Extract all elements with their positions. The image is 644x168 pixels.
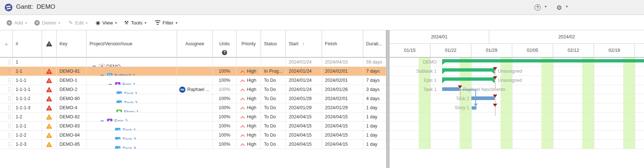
month-header: 2024/02: [489, 30, 644, 44]
delete-menu[interactable]: ✕ Delete ▾: [34, 15, 60, 30]
issue-title[interactable]: Task 3: [122, 146, 136, 149]
units-value: 100%: [219, 142, 230, 147]
issue-title[interactable]: Epic 2: [114, 118, 127, 122]
priority-column-header[interactable]: Priority: [237, 30, 261, 57]
cell: !: [42, 103, 57, 112]
table-row[interactable]: 1-2-3!DEMO-85Task 3100%HighTo Do2024/04/…: [0, 140, 386, 149]
cell: [57, 58, 87, 67]
settings-menu-caret-icon[interactable]: ▾: [566, 4, 568, 8]
drag-handle-icon[interactable]: [8, 115, 9, 115]
issue-title[interactable]: Epic 1: [122, 82, 135, 85]
issue-title[interactable]: Story 1: [124, 109, 139, 112]
finish-date: 2024/02/01: [325, 69, 348, 74]
warning-column-header[interactable]: !: [42, 30, 57, 57]
status-value: To Do: [264, 105, 276, 110]
drag-handle-icon[interactable]: [8, 87, 9, 88]
row-number: 1-1-1: [16, 78, 26, 83]
move-column-header[interactable]: ↔↕: [0, 30, 13, 57]
drag-handle-icon[interactable]: [8, 142, 9, 143]
issue-title[interactable]: Task 1: [124, 91, 138, 94]
assignee-column-header[interactable]: Assignee: [177, 30, 213, 57]
drag-handle-icon[interactable]: [8, 96, 9, 97]
warning-icon[interactable]: !: [46, 69, 52, 74]
issue-title[interactable]: Task 2: [122, 137, 136, 140]
pane-splitter[interactable]: [386, 30, 389, 168]
view-menu[interactable]: ◉ View ▾: [96, 15, 117, 30]
bar-right-label: Unassigned: [498, 67, 522, 76]
gantt-app: Gantt:DEMO ? ▾ ⚙ ▾ + Add ▾ ✕ Delete ▾ ✎ …: [0, 0, 644, 168]
summary-bar[interactable]: [442, 68, 495, 72]
drag-handle-icon[interactable]: [8, 60, 9, 61]
finish-date: 2024/01/26: [325, 87, 348, 92]
warning-icon[interactable]: !: [46, 123, 52, 129]
column-label: Key: [60, 41, 68, 46]
warning-icon[interactable]: !: [46, 133, 52, 138]
warning-icon[interactable]: !: [46, 96, 52, 102]
duration-value: 3 days: [366, 87, 380, 92]
table-row[interactable]: 1-2!DEMO-82Epic 2100%HighTo Do2024/04/15…: [0, 112, 386, 122]
num-column-header[interactable]: #: [13, 30, 42, 57]
issue-key: DEMO-81: [60, 69, 80, 74]
cell: DEMO-84: [57, 131, 87, 140]
table-row[interactable]: 1DEMO2024/01/242024/04/1559 days: [0, 58, 386, 67]
summary-bar[interactable]: [442, 59, 644, 62]
warning-icon[interactable]: !: [46, 105, 52, 111]
chart-row: Subtask 1Unassigned: [390, 67, 644, 76]
summary-bar[interactable]: [442, 77, 495, 81]
add-menu[interactable]: + Add ▾: [7, 15, 27, 30]
issue-title[interactable]: Task 2: [124, 100, 138, 103]
chart-row: Story 1: [390, 103, 644, 112]
bar-left-label: Task 1: [390, 85, 437, 94]
tools-menu[interactable]: ⚒ Tools ▾: [124, 15, 146, 30]
plus-circle-icon: +: [7, 20, 12, 26]
issue-title[interactable]: Subtask 1: [114, 73, 135, 76]
table-row[interactable]: 1-1-1-1!DEMO-2Task 1RNRaphael ...100%Hig…: [0, 85, 386, 94]
units-help-icon[interactable]: ?: [222, 50, 227, 55]
drag-handle-icon[interactable]: [8, 69, 9, 70]
drag-handle-icon[interactable]: [8, 78, 9, 79]
task-bar[interactable]: [442, 87, 460, 91]
warning-icon[interactable]: !: [46, 87, 52, 92]
settings-gear-icon[interactable]: ⚙: [556, 4, 562, 12]
table-row[interactable]: 1-2-2!DEMO-84Task 2100%HighTo Do2024/04/…: [0, 131, 386, 140]
app-header: Gantt:DEMO ? ▾ ⚙ ▾: [0, 0, 644, 15]
table-row[interactable]: 1-1-1-2!DEMO-80Task 2100%HighTo Do2024/0…: [0, 94, 386, 103]
help-icon[interactable]: ?: [534, 4, 541, 11]
column-label: Finish: [325, 41, 337, 46]
cell: To Do: [261, 85, 286, 94]
filter-menu[interactable]: Filter ▾: [155, 15, 177, 30]
help-menu-caret-icon[interactable]: ▾: [545, 4, 547, 8]
edit-menu[interactable]: ✎ Edit ▾: [69, 15, 88, 30]
issue-column-header[interactable]: Project/Version/Issue: [87, 30, 177, 57]
units-column-header[interactable]: Units?: [213, 30, 237, 57]
table-row[interactable]: 1-2-1!DEMO-83Task 1100%HighTo Do2024/04/…: [0, 122, 386, 131]
cell: DEMO: [87, 58, 177, 67]
status-column-header[interactable]: Status: [261, 30, 286, 57]
start-column-header[interactable]: Start↑: [286, 30, 322, 57]
row-number: 1-2: [16, 114, 22, 119]
warning-icon[interactable]: !: [46, 114, 52, 120]
start-date: 2024/01/24: [289, 87, 312, 92]
week-header: 02/12: [553, 44, 594, 57]
finish-column-header[interactable]: Finish: [322, 30, 363, 57]
drag-handle-icon[interactable]: [8, 133, 9, 134]
table-row[interactable]: 1-1-1!DEMO-1Epic 1100%HighTo Do2024/01/2…: [0, 76, 386, 85]
warning-icon[interactable]: !: [46, 142, 52, 147]
table-row[interactable]: 1-1-1-3!DEMO-4Story 1100%HighTo Do2024/0…: [0, 103, 386, 112]
dependency-arrow-icon: [474, 104, 478, 106]
task-bar[interactable]: [471, 96, 495, 100]
story-bar[interactable]: [472, 106, 476, 110]
cell: [177, 76, 213, 85]
cell: High: [237, 94, 261, 103]
priority-value: High: [247, 123, 256, 129]
week-header: 02/19: [594, 44, 635, 57]
drag-handle-icon[interactable]: [8, 106, 9, 106]
issue-title[interactable]: Task 1: [122, 127, 136, 131]
drag-handle-icon[interactable]: [8, 124, 9, 125]
duration-column-header[interactable]: Durati...: [363, 30, 386, 57]
key-column-header[interactable]: Key: [57, 30, 87, 57]
table-row[interactable]: 1-1!DEMO-81Subtask 1100%HighIn Prog...20…: [0, 67, 386, 76]
warning-icon[interactable]: !: [46, 78, 52, 83]
delete-caret-icon: ▾: [58, 21, 60, 25]
eye-icon: ◉: [96, 20, 100, 26]
